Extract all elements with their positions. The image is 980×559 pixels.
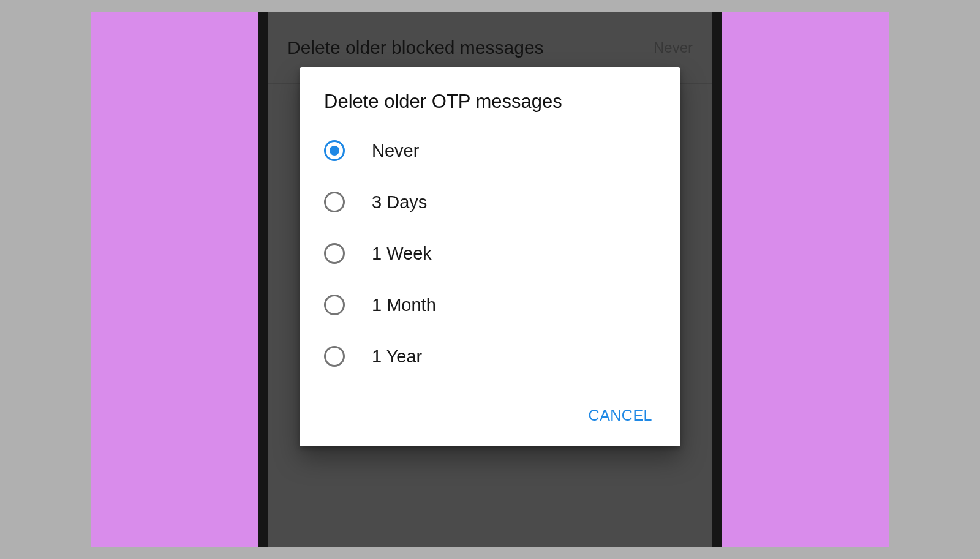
option-1-month[interactable]: 1 Month	[300, 279, 680, 331]
radio-icon	[324, 243, 345, 264]
cancel-button[interactable]: CANCEL	[585, 402, 656, 429]
option-label: 1 Year	[372, 347, 422, 367]
dialog-actions: CANCEL	[300, 389, 680, 434]
delete-otp-dialog: Delete older OTP messages Never	[300, 67, 680, 446]
outer-frame: Delete older blocked messages Never Dele…	[0, 0, 980, 559]
radio-icon	[324, 346, 345, 367]
dialog-options: Never 3 Days 1 Week	[300, 121, 680, 389]
purple-panel: Delete older blocked messages Never Dele…	[91, 12, 889, 547]
option-label: 3 Days	[372, 192, 427, 212]
phone-screen: Delete older blocked messages Never Dele…	[268, 12, 712, 547]
radio-icon	[324, 295, 345, 315]
radio-icon	[324, 192, 345, 212]
option-label: 1 Month	[372, 295, 436, 315]
option-label: Never	[372, 141, 419, 161]
phone-frame: Delete older blocked messages Never Dele…	[258, 12, 722, 547]
dialog-title: Delete older OTP messages	[300, 91, 680, 121]
option-3-days[interactable]: 3 Days	[300, 176, 680, 228]
option-1-year[interactable]: 1 Year	[300, 331, 680, 382]
radio-icon	[324, 140, 345, 161]
option-label: 1 Week	[372, 244, 432, 264]
option-never[interactable]: Never	[300, 125, 680, 176]
option-1-week[interactable]: 1 Week	[300, 228, 680, 279]
